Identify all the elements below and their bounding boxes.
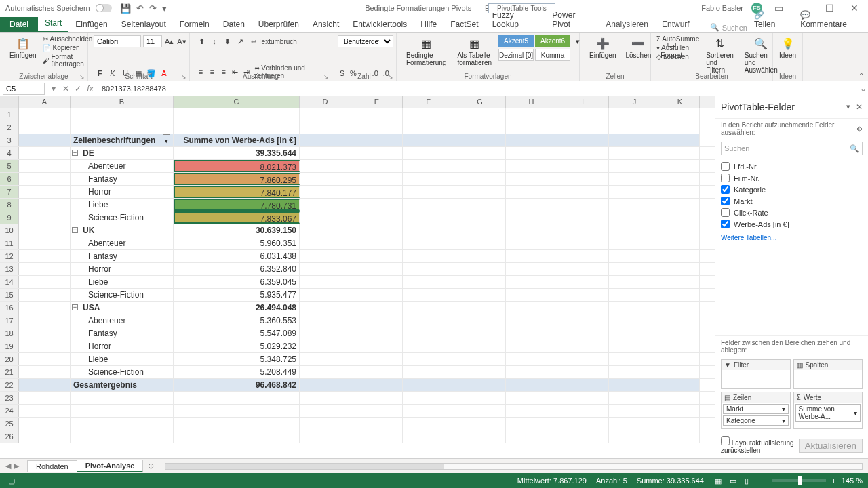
insert-cells-button[interactable]: ➕Einfügen [585,35,620,60]
increase-font-icon[interactable]: A▴ [164,35,174,47]
cell[interactable] [660,353,700,365]
cell[interactable] [454,224,506,237]
cell[interactable] [609,160,660,172]
cell[interactable] [174,405,300,417]
expand-formula-icon[interactable]: ⌄ [859,84,868,94]
cell[interactable] [660,250,700,262]
tab-insert[interactable]: Einfügen [68,17,114,32]
cell[interactable]: 5.547.089 [174,327,300,340]
cell[interactable] [71,392,174,404]
row-header[interactable]: 10 [0,224,19,237]
cell[interactable] [19,430,71,443]
cell[interactable] [609,353,660,365]
field-pane-options-icon[interactable]: ▾ [846,102,850,112]
cell[interactable] [609,340,660,352]
cell[interactable] [660,108,700,121]
cell[interactable] [351,186,403,198]
cell[interactable] [660,134,700,146]
conditional-format-button[interactable]: ▦Bedingte Formatierung [402,35,450,68]
cell[interactable] [660,173,700,185]
cell[interactable] [403,314,454,327]
col-header-i[interactable]: I [557,96,609,108]
cell[interactable] [454,379,506,391]
cell[interactable] [300,289,351,301]
cell[interactable] [506,353,557,365]
cell[interactable]: 5.960.351 [174,237,300,249]
cell[interactable] [351,173,403,185]
cell[interactable] [19,199,71,211]
row-header[interactable]: 20 [0,353,19,365]
ideas-button[interactable]: 💡Ideen [778,35,797,60]
cell[interactable] [660,224,700,237]
field-checkbox[interactable] [721,220,730,228]
format-as-table-button[interactable]: ▦Als Tabelle formatieren [453,35,496,68]
cell[interactable] [19,263,71,275]
cell[interactable] [300,405,351,417]
cell[interactable] [19,211,71,224]
field-checkbox[interactable] [721,162,730,171]
cell[interactable] [454,263,506,275]
cell[interactable] [506,302,557,314]
zoom-level[interactable]: 145 % [842,476,863,485]
cell[interactable] [403,237,454,249]
cell[interactable] [403,340,454,352]
cell[interactable] [506,211,557,224]
cell[interactable] [454,186,506,198]
field-item[interactable]: Click-Rate [721,207,863,218]
cell[interactable] [609,211,660,224]
cell[interactable] [300,314,351,327]
redo-icon[interactable]: ↷ [149,3,157,14]
cell[interactable] [609,366,660,378]
tab-developer[interactable]: Entwicklertools [346,17,414,32]
row-header[interactable]: 2 [0,121,19,134]
cell[interactable] [300,121,351,134]
enter-formula-icon[interactable]: ✓ [72,84,84,94]
col-header-g[interactable]: G [454,96,506,108]
col-header-a[interactable]: A [19,96,71,108]
cell[interactable] [454,327,506,340]
cell[interactable] [609,224,660,237]
page-layout-view-icon[interactable]: ▭ [727,476,739,485]
save-icon[interactable]: 💾 [120,3,131,14]
field-checkbox[interactable] [721,185,730,194]
cell[interactable] [403,224,454,237]
cell[interactable] [19,186,71,198]
cell[interactable]: Fantasy [71,327,174,340]
dialog-launcher-icon[interactable]: ↘ [323,73,329,80]
row-header[interactable]: 13 [0,263,19,275]
row-header[interactable]: 26 [0,430,19,443]
cell[interactable] [609,147,660,159]
autosum-button[interactable]: Σ AutoSumme [656,35,699,43]
cell[interactable] [403,121,454,134]
cell[interactable] [19,327,71,340]
refresh-button[interactable]: Aktualisieren [799,439,863,453]
tab-home[interactable]: Start [38,16,68,32]
cell[interactable] [506,108,557,121]
cell[interactable] [506,237,557,249]
collapse-icon[interactable]: − [72,150,78,156]
cell[interactable] [609,302,660,314]
cell[interactable] [403,302,454,314]
font-family-select[interactable] [94,35,141,47]
row-header[interactable]: 23 [0,392,19,404]
filter-area[interactable]: ▼Filter [721,359,791,389]
cell[interactable] [557,263,609,275]
cell[interactable] [351,121,403,134]
cell[interactable] [454,314,506,327]
cell[interactable] [300,276,351,288]
cell[interactable] [557,250,609,262]
cell[interactable] [403,186,454,198]
cell[interactable] [660,314,700,327]
cell[interactable] [660,289,700,301]
cell[interactable] [454,147,506,159]
cell[interactable] [506,405,557,417]
cell[interactable] [506,199,557,211]
zoom-out-icon[interactable]: − [760,476,769,485]
cell[interactable] [300,430,351,443]
row-header[interactable]: 3 [0,134,19,146]
cell[interactable]: Liebe [71,276,174,288]
cell[interactable] [557,353,609,365]
record-macro-icon[interactable]: ▢ [5,476,18,485]
dialog-launcher-icon[interactable]: ↘ [388,73,393,80]
cell[interactable] [403,430,454,443]
